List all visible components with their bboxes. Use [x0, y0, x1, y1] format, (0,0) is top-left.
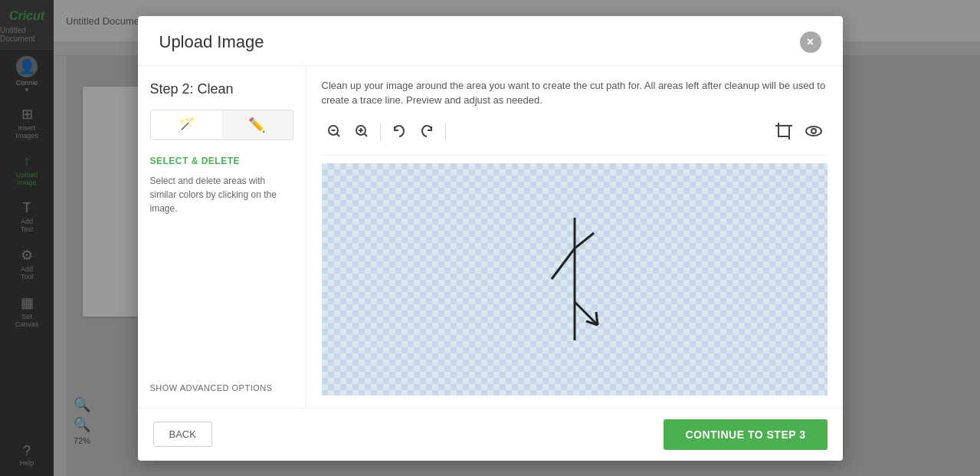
- tool-tabs: 🪄 ✏️: [150, 110, 293, 140]
- svg-point-13: [811, 129, 816, 133]
- redo-icon: [419, 123, 434, 139]
- modal-body: Step 2: Clean 🪄 ✏️ SELECT & DELETE Selec…: [138, 66, 843, 408]
- close-icon: ×: [807, 35, 814, 49]
- svg-point-12: [806, 126, 821, 136]
- preview-btn[interactable]: [800, 119, 828, 147]
- brush-tab[interactable]: ✏️: [221, 110, 293, 140]
- svg-line-2: [336, 133, 339, 136]
- zoom-out-icon: [326, 123, 342, 139]
- brush-icon: ✏️: [248, 117, 265, 133]
- magic-wand-icon: 🪄: [178, 117, 195, 133]
- tool-description: Select and delete areas with similar col…: [150, 174, 293, 215]
- svg-line-19: [596, 312, 598, 325]
- undo-btn[interactable]: [387, 120, 411, 146]
- checkered-background: [322, 163, 828, 396]
- back-button[interactable]: BACK: [153, 422, 212, 447]
- zoom-out-btn[interactable]: [322, 120, 346, 146]
- step-title: Step 2: Clean: [150, 81, 293, 97]
- redo-btn[interactable]: [415, 120, 439, 146]
- description-text: Clean up your image around the area you …: [322, 78, 828, 108]
- continue-button[interactable]: CONTINUE TO STEP 3: [664, 419, 827, 450]
- advanced-options-btn[interactable]: SHOW ADVANCED OPTIONS: [150, 383, 293, 392]
- toolbar-sep-2: [445, 123, 446, 142]
- crop-icon: [775, 123, 792, 140]
- modal-footer: BACK CONTINUE TO STEP 3: [138, 408, 843, 461]
- preview-icon: [805, 122, 823, 140]
- upload-modal: Upload Image × Step 2: Clean 🪄 ✏️: [138, 16, 843, 461]
- left-panel: Step 2: Clean 🪄 ✏️ SELECT & DELETE Selec…: [138, 66, 306, 408]
- modal-title: Upload Image: [159, 32, 264, 52]
- svg-rect-7: [778, 126, 789, 136]
- select-delete-label: SELECT & DELETE: [150, 156, 293, 166]
- crop-btn[interactable]: [771, 120, 797, 146]
- zoom-in-btn[interactable]: [349, 120, 374, 146]
- svg-line-6: [364, 133, 367, 136]
- zoom-in-icon: [354, 123, 369, 139]
- right-panel: Clean up your image around the area you …: [306, 66, 843, 408]
- image-canvas[interactable]: [322, 163, 828, 396]
- undo-icon: [392, 123, 407, 139]
- modal-overlay: Upload Image × Step 2: Clean 🪄 ✏️: [0, 0, 980, 476]
- svg-line-16: [575, 233, 594, 248]
- magic-wand-tab[interactable]: 🪄: [151, 110, 222, 140]
- modal-close-button[interactable]: ×: [800, 31, 821, 53]
- image-toolbar: [322, 119, 828, 156]
- modal-header: Upload Image ×: [138, 16, 843, 66]
- rune-image: [536, 210, 613, 348]
- toolbar-sep-1: [380, 123, 381, 142]
- svg-line-15: [552, 248, 575, 279]
